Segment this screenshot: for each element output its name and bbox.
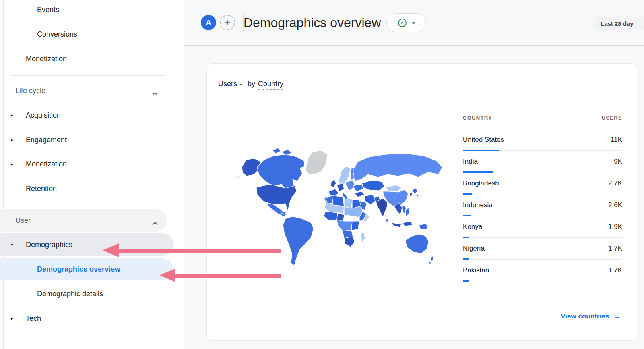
sidebar-item-label: Demographics overview: [0, 265, 120, 274]
chevron-up-icon[interactable]: [152, 219, 158, 227]
sidebar-item-engagement[interactable]: ▸ Engagement: [0, 129, 184, 151]
table-row[interactable]: Nigeria 1.7K: [463, 238, 622, 260]
country-cell: Kenya: [463, 223, 482, 231]
link-label: View countries: [561, 312, 609, 320]
page-title: Demographics overview: [244, 15, 381, 30]
table-row[interactable]: Indonesia 2.6K: [463, 194, 622, 216]
sidebar-item-demographics-overview[interactable]: Demographics overview: [0, 258, 173, 280]
table-row[interactable]: United States 11K: [463, 129, 622, 151]
map-australia: [405, 234, 429, 253]
section-label: Life cycle: [0, 87, 45, 95]
users-cell: 1.7K: [608, 266, 622, 274]
map-russia: [353, 154, 442, 181]
map-uk: [331, 179, 336, 187]
map-mongolia: [386, 185, 401, 191]
date-range-selector[interactable]: Last 28 day: [595, 17, 644, 30]
view-countries-link[interactable]: View countries →: [561, 312, 621, 321]
expand-arrow-icon[interactable]: ▸: [9, 161, 15, 167]
users-cell: 9K: [614, 158, 622, 166]
sidebar-item-label: Conversions: [0, 30, 77, 39]
country-cell: Indonesia: [463, 201, 493, 209]
expand-arrow-icon[interactable]: ▸: [9, 112, 15, 118]
column-header-users[interactable]: USERS: [602, 115, 622, 121]
sidebar-item-retention[interactable]: Retention: [0, 177, 184, 200]
main-content: A + Demographics overview ✓ ▾ Last 28 da…: [184, 0, 644, 349]
table-row[interactable]: India 9K: [463, 151, 622, 172]
country-users-table: COUNTRY USERS United States 11K India 9K: [463, 107, 622, 281]
data-quality-dropdown[interactable]: ✓ ▾: [386, 13, 426, 32]
users-by-country-card: Users ▾ by Country: [206, 63, 637, 341]
country-cell: Pakistan: [463, 266, 489, 274]
table-header-row: COUNTRY USERS: [463, 107, 622, 129]
column-header-country[interactable]: COUNTRY: [463, 115, 492, 121]
sidebar-item-demographic-details[interactable]: Demographic details: [0, 283, 184, 305]
table-row[interactable]: Pakistan 1.7K: [463, 260, 622, 281]
chevron-down-icon[interactable]: ▾: [240, 82, 242, 87]
expand-arrow-icon[interactable]: ▸: [9, 137, 15, 143]
row-value-bar: [463, 280, 469, 282]
sidebar-item-events[interactable]: Events: [0, 0, 184, 21]
avatar[interactable]: A: [201, 15, 216, 30]
map-indonesia: [392, 223, 401, 227]
users-cell: 1.9K: [608, 223, 622, 231]
by-label: by: [248, 80, 255, 88]
map-india: [376, 199, 388, 217]
row-divider: [463, 281, 622, 281]
report-nav-sidebar: Events Conversions Monetization Life cyc…: [0, 0, 184, 349]
sidebar-section-user[interactable]: User: [0, 209, 167, 232]
country-cell: Nigeria: [463, 245, 485, 253]
sidebar-item-tech[interactable]: ▸ Tech: [0, 307, 184, 330]
map-madagascar: [361, 231, 365, 243]
metric-dropdown[interactable]: Users: [218, 80, 237, 88]
sidebar-item-label: Demographic details: [0, 290, 103, 298]
sidebar-divider: [10, 75, 164, 76]
expand-arrow-icon[interactable]: ▸: [9, 316, 15, 321]
users-cell: 1.7K: [608, 245, 622, 253]
analytics-screen: Events Conversions Monetization Life cyc…: [0, 0, 644, 349]
report-header: A + Demographics overview ✓ ▾ Last 28 da…: [184, 0, 644, 46]
dimension-selector[interactable]: Country: [258, 80, 283, 90]
users-cell: 11K: [611, 136, 622, 144]
plus-icon: +: [225, 17, 230, 28]
table-row[interactable]: Kenya 1.9K: [463, 216, 622, 238]
sidebar-item-monetization-report[interactable]: Monetization: [0, 48, 184, 70]
sidebar-item-label: Retention: [0, 185, 57, 193]
map-south-america: [283, 216, 314, 266]
users-cell: 2.6K: [608, 201, 622, 209]
check-circle-icon: ✓: [398, 19, 407, 27]
arrow-right-icon: →: [613, 312, 621, 321]
map-mexico: [267, 203, 286, 216]
country-cell: Bangladesh: [463, 179, 499, 187]
sidebar-item-label: Tech: [0, 314, 41, 323]
add-comparison-button[interactable]: +: [220, 15, 235, 30]
sidebar-item-conversions[interactable]: Conversions: [0, 23, 184, 46]
map-kenya: [351, 221, 359, 230]
map-canada: [257, 154, 305, 189]
collapse-arrow-icon[interactable]: ▾: [9, 242, 15, 247]
card-title: Users ▾ by Country: [218, 80, 283, 90]
chevron-down-icon: ▾: [412, 20, 415, 26]
chevron-up-icon[interactable]: [152, 89, 158, 98]
sidebar-item-acquisition[interactable]: ▸ Acquisition: [0, 104, 184, 127]
sidebar-item-label: Monetization: [0, 55, 67, 63]
sidebar-section-life-cycle[interactable]: Life cycle: [0, 79, 184, 102]
map-greenland: [305, 150, 327, 174]
country-cell: India: [463, 158, 478, 166]
section-label: User: [0, 216, 31, 225]
sidebar-divider: [28, 346, 169, 346]
users-cell: 2.7K: [608, 179, 622, 187]
sidebar-item-monetization[interactable]: ▸ Monetization: [0, 153, 184, 175]
country-cell: United States: [463, 136, 504, 144]
table-row[interactable]: Bangladesh 2.7K: [463, 172, 622, 194]
sidebar-item-label: Events: [0, 6, 59, 14]
sidebar-divider: [10, 205, 164, 205]
